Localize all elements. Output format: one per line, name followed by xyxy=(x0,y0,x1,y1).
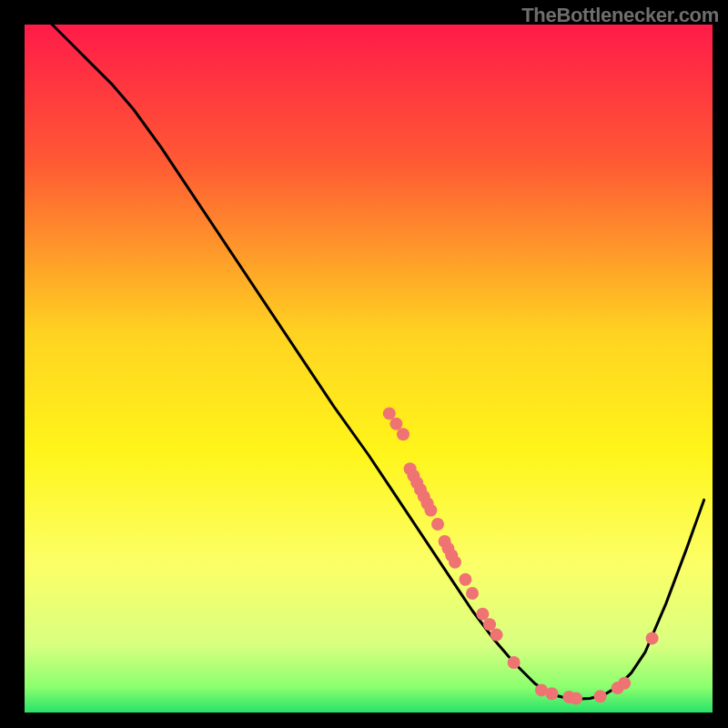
data-point xyxy=(476,608,489,621)
data-point xyxy=(570,693,582,705)
watermark-text: TheBottlenecker.com xyxy=(521,4,719,27)
bottleneck-chart xyxy=(0,0,728,728)
data-point xyxy=(397,428,410,440)
data-point xyxy=(594,690,607,703)
data-point xyxy=(383,407,396,420)
data-point xyxy=(508,656,521,669)
data-point xyxy=(490,629,503,642)
chart-container: TheBottlenecker.com xyxy=(0,0,728,728)
data-point xyxy=(424,504,437,517)
data-point xyxy=(618,677,631,690)
data-point xyxy=(431,518,444,531)
data-point xyxy=(545,687,558,700)
data-point xyxy=(449,556,461,569)
data-point xyxy=(389,418,402,430)
chart-background xyxy=(23,23,714,714)
data-point xyxy=(459,573,471,586)
data-point xyxy=(483,618,496,631)
data-point xyxy=(466,587,479,600)
data-point xyxy=(646,632,659,644)
